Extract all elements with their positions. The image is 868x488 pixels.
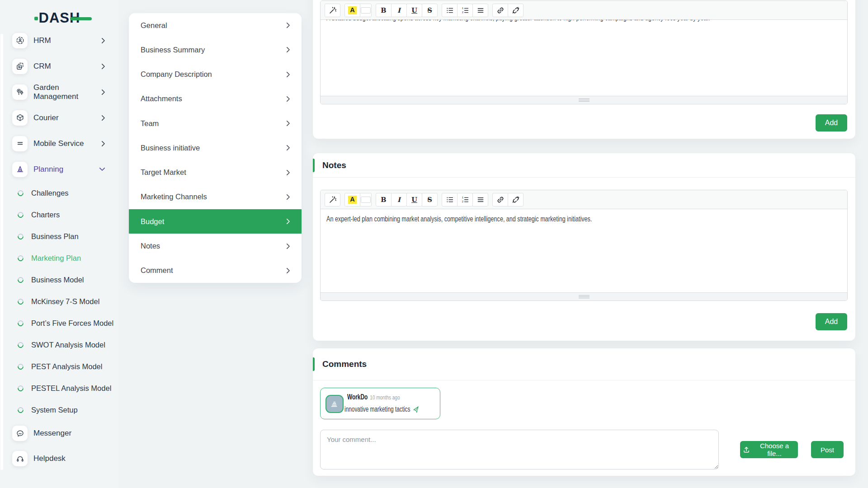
comment-message: innovative marketing tactics: [344, 405, 410, 413]
editor-resize-handle[interactable]: [321, 292, 847, 300]
unlink-button[interactable]: [508, 193, 524, 206]
menu-item-target-market[interactable]: Target Market: [129, 160, 302, 185]
menu-item-notes[interactable]: Notes: [129, 234, 302, 258]
recent-color-button[interactable]: [360, 193, 372, 206]
link-button[interactable]: [492, 4, 508, 17]
notes-editor-content[interactable]: An expert-led plan combining market anal…: [321, 209, 847, 294]
sidebar-item-helpdesk[interactable]: Helpdesk: [0, 446, 119, 471]
font-color-button[interactable]: A: [344, 193, 360, 206]
italic-glyph: I: [397, 197, 401, 203]
bold-glyph: B: [381, 7, 386, 14]
brand-logo[interactable]: DASH: [0, 11, 119, 25]
bold-button[interactable]: B: [376, 4, 392, 17]
subitem-label: Charters: [31, 211, 60, 219]
menu-item-budget[interactable]: Budget: [129, 209, 302, 234]
post-button[interactable]: Post: [811, 441, 844, 458]
menu-item-marketing-channels[interactable]: Marketing Channels: [129, 185, 302, 209]
sidebar-subitem-challenges[interactable]: Challenges: [0, 182, 119, 204]
sidebar-subitem-system-setup[interactable]: System Setup: [0, 399, 119, 421]
link-button[interactable]: [492, 193, 508, 206]
menu-item-team[interactable]: Team: [129, 111, 302, 136]
sidebar-item-garden-management[interactable]: Garden Management: [0, 79, 119, 105]
sidebar-subitem-swot-analysis-model[interactable]: SWOT Analysis Model: [0, 334, 119, 356]
comment-author: WorkDo: [347, 393, 368, 401]
sidebar-item-messenger[interactable]: Messenger: [0, 421, 119, 446]
menu-item-label: Business Summary: [141, 46, 205, 54]
menu-item-label: Company Description: [141, 70, 212, 79]
sidebar-subitem-ports-five-forces-model[interactable]: Port’s Five Forces Model: [0, 312, 119, 334]
recent-color-button[interactable]: [360, 4, 372, 17]
budget-add-button[interactable]: Add: [816, 114, 847, 131]
subitem-label: McKinsey 7-S Model: [31, 297, 99, 306]
underline-glyph: U: [411, 197, 417, 203]
subitem-label: Marketing Plan: [31, 254, 81, 263]
sidebar-subitem-business-model[interactable]: Business Model: [0, 269, 119, 291]
logo-accent-dot: [34, 17, 38, 20]
sidebar-item-courier[interactable]: Courier: [0, 105, 119, 131]
budget-clipped-text: A detailed budget allocating spend acros…: [326, 20, 710, 23]
sidebar-nav: HRM CRM: [0, 28, 119, 471]
logo-accent-dash: [70, 17, 92, 20]
magic-wand-button[interactable]: [325, 193, 340, 206]
color-swatch: [361, 197, 371, 203]
grip-icon: [579, 295, 590, 298]
menu-item-comment[interactable]: Comment: [129, 258, 302, 283]
chat-bubble-icon: [12, 426, 28, 441]
menu-item-business-summary[interactable]: Business Summary: [129, 38, 302, 62]
strikethrough-button[interactable]: S: [422, 193, 438, 206]
bold-glyph: B: [381, 197, 386, 203]
chevron-right-icon: [286, 194, 290, 200]
menu-item-general[interactable]: General: [129, 13, 302, 38]
magic-wand-button[interactable]: [325, 4, 340, 17]
chevron-right-icon: [101, 89, 105, 95]
unlink-button[interactable]: [508, 4, 524, 17]
plan-section-menu: General Business Summary Company Descrip…: [129, 13, 302, 283]
subitem-label: Challenges: [31, 189, 69, 197]
chevron-right-icon: [286, 169, 290, 176]
sidebar-subitem-marketing-plan[interactable]: Marketing Plan: [0, 247, 119, 269]
paragraph-align-button[interactable]: [472, 4, 488, 17]
bullet-icon: [16, 232, 24, 240]
italic-button[interactable]: I: [391, 193, 407, 206]
cone-icon: [12, 162, 28, 177]
comment-input[interactable]: [320, 430, 719, 469]
sidebar-subitem-pestel-analysis-model[interactable]: PESTEL Analysis Model: [0, 377, 119, 399]
italic-button[interactable]: I: [391, 4, 407, 17]
header-accent-bar: [313, 159, 315, 172]
chevron-right-icon: [101, 115, 105, 121]
sidebar-item-mobile-service[interactable]: Mobile Service: [0, 131, 119, 156]
budget-editor-content[interactable]: A detailed budget allocating spend acros…: [321, 20, 847, 97]
sidebar-subitem-pest-analysis-model[interactable]: PEST Analysis Model: [0, 356, 119, 377]
sidebar-item-crm[interactable]: CRM: [0, 53, 119, 79]
menu-item-business-initiative[interactable]: Business initiative: [129, 136, 302, 160]
underline-button[interactable]: U: [406, 4, 422, 17]
sidebar-subitem-business-plan[interactable]: Business Plan: [0, 225, 119, 247]
choose-file-button[interactable]: Choose a file...: [740, 441, 798, 458]
comments-header: Comments: [313, 348, 855, 380]
bullet-icon: [16, 384, 24, 392]
ordered-list-button[interactable]: 1 2: [457, 193, 473, 206]
upload-icon: [743, 446, 750, 453]
bold-button[interactable]: B: [376, 193, 392, 206]
strikethrough-button[interactable]: S: [422, 4, 438, 17]
sidebar-subitem-charters[interactable]: Charters: [0, 204, 119, 225]
underline-button[interactable]: U: [406, 193, 422, 206]
chevron-right-icon: [286, 145, 290, 151]
sidebar: DASH HRM: [0, 0, 119, 488]
sidebar-item-planning[interactable]: Planning: [0, 156, 119, 182]
menu-item-company-description[interactable]: Company Description: [129, 62, 302, 87]
sidebar-item-label: HRM: [33, 36, 101, 45]
strike-glyph: S: [427, 7, 432, 14]
unordered-list-button[interactable]: [442, 4, 458, 17]
font-color-button[interactable]: A: [344, 4, 360, 17]
unordered-list-button[interactable]: [442, 193, 458, 206]
paragraph-align-button[interactable]: [472, 193, 488, 206]
menu-item-attachments[interactable]: Attachments: [129, 87, 302, 111]
sidebar-item-label: Planning: [33, 165, 99, 174]
sidebar-item-hrm[interactable]: HRM: [0, 28, 119, 53]
ordered-list-button[interactable]: 1 2: [457, 4, 473, 17]
sidebar-subitem-mckinsey-7s-model[interactable]: McKinsey 7-S Model: [0, 291, 119, 312]
editor-resize-handle[interactable]: [321, 96, 847, 104]
italic-glyph: I: [397, 7, 401, 14]
notes-add-button[interactable]: Add: [816, 313, 847, 330]
